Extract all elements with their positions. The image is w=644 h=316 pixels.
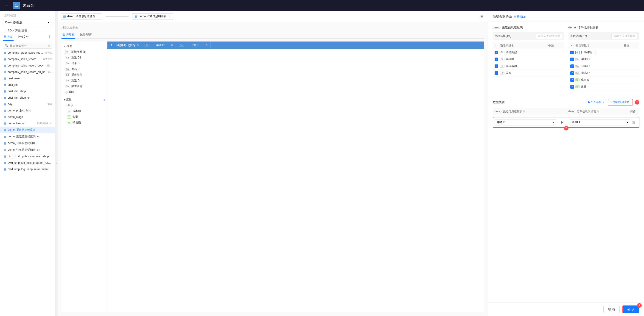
item-label: demo_订单信息明细表_en [8, 148, 52, 152]
tab-datatable[interactable]: 数据表 [3, 33, 14, 41]
sidebar-item-8[interactable]: ▦ demo_project_lists [0, 107, 55, 114]
refresh-icon[interactable]: ↻ [48, 44, 50, 47]
item-tag: 数据填报demo [37, 122, 52, 125]
table-chip-order[interactable]: ▦ demo_订单信息明细表 ⋮ [132, 13, 174, 19]
item-label: company_sales_record_copy [8, 64, 44, 67]
filter-icon[interactable]: ⊟ [597, 110, 599, 113]
col-header-date: 🗓 日期(年月日)(day) ⚙ [108, 41, 142, 49]
main-layout: 选择数据源 Demo数据源 ▾ ⊞ SQL代码创建表 数据表 上传文件 ⬆ 🔍 … [0, 11, 644, 316]
more-icon[interactable]: ⋮ [168, 15, 171, 18]
field-name: 渠道ID [506, 57, 562, 61]
type-badge: Str [65, 85, 70, 88]
sort-icon[interactable]: ⚙ [171, 44, 173, 47]
measure-item-qty[interactable]: № 数量 [62, 114, 107, 120]
dim-item-orderid[interactable]: Str 订单ID [62, 60, 107, 66]
table-icon: ▦ [3, 122, 6, 125]
more-icon[interactable]: ⋮ [96, 15, 100, 18]
right-field-row-0: ✓ 曲 日期(年月日) [568, 49, 640, 56]
filter-icon[interactable]: ⊟ [523, 110, 525, 113]
right-field-count: 字段选择(7/7) [570, 34, 587, 38]
dim-item-country[interactable]: ◎ 国家 [62, 89, 107, 95]
left-field-select[interactable]: 渠道ID ▾ [495, 119, 556, 125]
item-tag: 未命名 [45, 51, 52, 54]
tab-upload[interactable]: 上传文件 [16, 33, 30, 41]
add-measure-button[interactable]: + [104, 98, 105, 102]
field-checkbox[interactable]: ✓ [570, 51, 574, 54]
cancel-button[interactable]: 取 消 [604, 306, 620, 313]
back-button[interactable]: ‹ [4, 2, 10, 9]
measure-item-sales[interactable]: № 销售额 [62, 120, 107, 125]
dim-item-chanid[interactable]: Str 渠道ID [62, 78, 107, 83]
field-checkbox[interactable]: ✓ [570, 64, 574, 68]
search-input[interactable] [10, 44, 46, 47]
sidebar-item-customers[interactable]: ▦ customers [0, 75, 55, 82]
dim-item-productid[interactable]: Str 商品ID [62, 66, 107, 72]
canvas-tab-batch[interactable]: 批量配置 [79, 31, 93, 39]
sql-icon: ⊞ [4, 29, 6, 32]
table-chip-dim[interactable]: ▦ demo_渠道信息维度表 ⋮ [60, 13, 102, 19]
field-checkbox[interactable]: ✓ [494, 51, 498, 54]
sidebar-item-10[interactable]: ▦ demo_tianbao 数据填报demo [0, 120, 55, 127]
badge-2: 2 [564, 126, 568, 130]
sidebar-item-15[interactable]: ▦ dwd_ump_log_uapp_retail_event_e... [0, 166, 55, 172]
right-field-select[interactable]: 渠道ID ▾ [570, 119, 630, 125]
chevron-right-icon: › [525, 15, 526, 18]
col-header-orderid: Str 订单ID ⚙ [176, 41, 211, 49]
sidebar-item-11[interactable]: ▦ demo_渠道信息维度表_en [0, 133, 55, 140]
right-field-table-header: ✓ 物理字段名 备注 [568, 42, 640, 49]
help-link[interactable]: 查看帮助 › [514, 15, 526, 19]
item-tag: 测试 [48, 102, 52, 106]
sidebar-item-12[interactable]: ▦ demo_订单信息明细表_en [0, 147, 55, 153]
grid-view-button[interactable]: ⊞ [478, 13, 485, 20]
sidebar-item-3[interactable]: ▦ company_sales_record_en_us 销... [0, 69, 55, 75]
sidebar-item-0[interactable]: ▦ company_order_sales_record 未命名 [0, 49, 55, 56]
sidebar-item-1[interactable]: ▦ company_sales_record 销售数据 [0, 56, 55, 62]
join-type-button[interactable]: 左外连接 ▾ [586, 99, 606, 105]
field-checkbox[interactable]: ✓ [570, 78, 574, 82]
connect-icon: ⋈ [556, 120, 570, 124]
collapse-handle[interactable]: ‹ [55, 11, 58, 316]
sort-icon[interactable]: ⚙ [206, 44, 208, 47]
data-preview-layout: ▼ 维度 品 日期(年月日) Str 渠道ID1 Str 订单ID [62, 41, 484, 312]
sidebar-item-2[interactable]: ▦ company_sales_record_copy 销售... [0, 62, 55, 69]
right-field-search[interactable]: 请输入关键字搜索 [612, 33, 638, 39]
dim-item-chantype[interactable]: Str 渠道类型 [62, 72, 107, 78]
sidebar-item-dim-table[interactable]: ▦ demo_渠道信息维度表 [0, 127, 55, 133]
dim-item-date[interactable]: 品 日期(年月日) [62, 49, 107, 55]
field-checkbox[interactable]: ✓ [570, 57, 574, 61]
add-field-button[interactable]: + 添加关联字段 [608, 99, 633, 105]
field-checkbox[interactable]: ✓ [494, 64, 498, 68]
confirm-button[interactable]: 确 认 [622, 306, 640, 313]
sidebar-item-13[interactable]: ▦ dim_tb_slr_pub_sycm_olap_shop_... [0, 153, 55, 160]
dim-item-channame[interactable]: Str 渠道名称 [62, 83, 107, 89]
delete-assoc-button[interactable]: 🗑 [630, 120, 637, 124]
sidebar-item-14[interactable]: ▦ dwd_ump_log_mini_program_retail... [0, 160, 55, 166]
sidebar-item-9[interactable]: ▦ demo_stage [0, 114, 55, 120]
table-icon: ▦ [3, 109, 6, 112]
upload-icon[interactable]: ⬆ [47, 33, 52, 41]
measure-item-cost[interactable]: № 成本额 [62, 108, 107, 114]
canvas-tab-preview[interactable]: 数据预览 [62, 31, 75, 39]
field-checkbox[interactable]: ✓ [494, 57, 498, 61]
sidebar-item-7[interactable]: ▦ day 测试 [0, 101, 55, 107]
left-field-search[interactable]: 请输入关键字搜索 [536, 33, 562, 39]
dim-type-icon: 品 [65, 50, 69, 54]
sidebar-item-4[interactable]: ▦ cust_rfm [0, 82, 55, 88]
right-field-row-5: ✓ № 数量 [568, 83, 640, 90]
assoc-title: 数据关联 [493, 100, 505, 104]
left-field-count: 字段选择(4/4) [494, 34, 511, 38]
datasource-selector[interactable]: Demo数据源 ▾ [3, 19, 52, 26]
dim-section-header[interactable]: ▼ 维度 [62, 43, 107, 49]
sql-create-row: ⊞ SQL代码创建表 [0, 28, 55, 33]
field-checkbox[interactable]: ✓ [570, 85, 574, 89]
field-note-col: 备注 [548, 43, 562, 47]
item-tag: 销售数据 [43, 57, 52, 61]
sort-icon[interactable]: ⚙ [136, 44, 139, 47]
sidebar-item-5[interactable]: ▦ cust_rfm_shop [0, 88, 55, 94]
dim-item-chanid1[interactable]: Str 渠道ID1 [62, 55, 107, 60]
field-checkbox[interactable]: ✓ [570, 71, 574, 75]
sidebar-list: ▦ company_order_sales_record 未命名 ▦ compa… [0, 49, 55, 316]
field-checkbox[interactable]: ✓ [494, 71, 498, 75]
sidebar-item-order-table[interactable]: ▦ demo_订单信息明细表 [0, 140, 55, 147]
sidebar-item-6[interactable]: ▦ cust_rfm_shop_en [0, 94, 55, 101]
